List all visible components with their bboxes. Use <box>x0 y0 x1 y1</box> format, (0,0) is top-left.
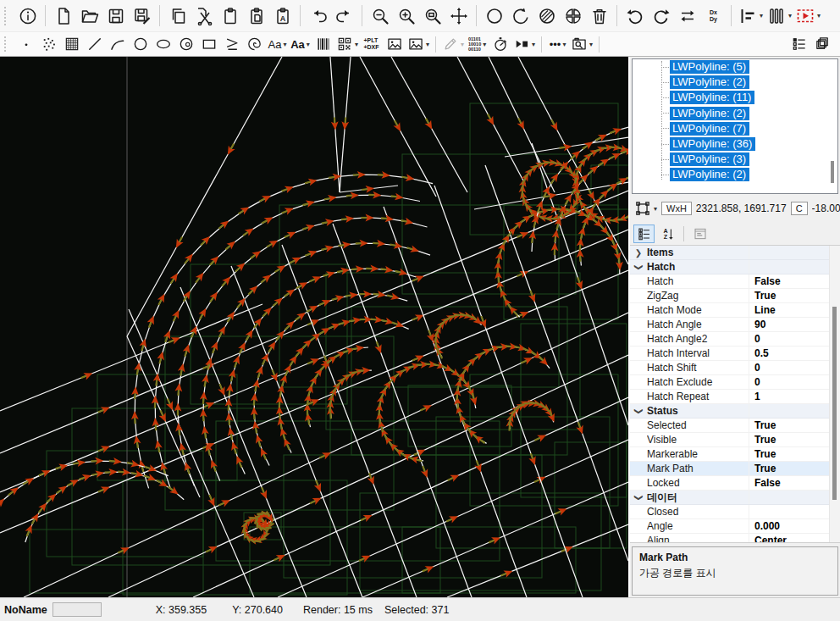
paste-text-button[interactable] <box>269 3 296 30</box>
layers-toggle-button[interactable] <box>810 34 833 55</box>
property-group-hatch[interactable]: ❯Hatch <box>630 260 840 274</box>
property-row-markerable[interactable]: MarkerableTrue <box>630 447 840 462</box>
property-row-zigzag[interactable]: ZigZagTrue <box>630 289 840 303</box>
execute-mark-button[interactable]: ▾ <box>793 3 822 30</box>
rotate-mark-button[interactable] <box>507 3 533 30</box>
paste-button[interactable] <box>217 3 243 30</box>
alphabetical-sort-button[interactable] <box>657 225 678 243</box>
redo-button[interactable] <box>331 3 357 30</box>
text-tool-button[interactable]: Aa▾ <box>266 34 289 55</box>
dx-dy-offset-button[interactable]: DxDy <box>700 3 727 30</box>
property-grid[interactable]: ❯Items❯HatchHatchFalseZigZagTrueHatch Mo… <box>630 245 840 543</box>
object-tree[interactable]: LWPolyline: (5)LWPolyline: (2)LWPolyline… <box>632 58 838 194</box>
ellipse-tool-button[interactable] <box>152 34 174 55</box>
tree-item[interactable]: LWPolyline: (3) <box>633 152 837 167</box>
property-group-group[interactable]: ❯데이터 <box>630 491 840 505</box>
property-row-hatch-shift[interactable]: Hatch Shift0 <box>630 361 840 375</box>
property-value[interactable]: True <box>749 419 828 432</box>
paste-special-button[interactable] <box>243 3 269 30</box>
tree-item[interactable]: LWPolyline: (2) <box>633 167 837 182</box>
property-row-hatch-interval[interactable]: Hatch Interval0.5 <box>630 347 840 361</box>
hatch-pattern-tool-button[interactable] <box>60 34 83 55</box>
center-value[interactable]: -18.000, -36.000 <box>812 202 840 214</box>
toolbar-grip[interactable] <box>4 36 10 52</box>
property-value[interactable] <box>749 260 828 274</box>
arc-tool-button[interactable] <box>106 34 129 55</box>
status-input[interactable] <box>52 602 102 617</box>
grid-scrollbar-thumb[interactable] <box>832 307 837 500</box>
text-art-tool-button[interactable]: Aa▾ <box>289 34 312 55</box>
delete-button[interactable] <box>586 3 612 30</box>
property-group-status[interactable]: ❯Status <box>630 404 840 419</box>
tree-item[interactable]: LWPolyline: (5) <box>633 59 837 75</box>
timer-tool-button[interactable] <box>489 34 511 55</box>
property-row-selected[interactable]: SelectedTrue <box>630 419 840 433</box>
tree-item[interactable]: LWPolyline: (2) <box>633 75 837 90</box>
tree-item[interactable]: LWPolyline: (7) <box>633 121 837 136</box>
property-value[interactable]: True <box>749 289 828 302</box>
property-row-hatch-repeat[interactable]: Hatch Repeat1 <box>630 390 840 404</box>
property-value[interactable] <box>749 505 828 518</box>
about-button[interactable] <box>14 3 41 30</box>
tree-item[interactable]: LWPolyline: (11) <box>633 90 837 105</box>
property-row-hatch-angle2[interactable]: Hatch Angle20 <box>630 332 840 347</box>
property-row-hatch-exclude[interactable]: Hatch Exclude0 <box>630 375 840 390</box>
property-value[interactable]: Line <box>749 303 828 317</box>
property-value[interactable]: 1 <box>749 390 828 403</box>
zoom-in-button[interactable] <box>393 3 419 30</box>
undo-button[interactable] <box>305 3 331 30</box>
property-value[interactable]: False <box>749 274 828 288</box>
matrix-code-tool-button[interactable]: ▾ <box>334 34 360 55</box>
open-file-button[interactable] <box>76 3 102 30</box>
new-file-button[interactable] <box>50 3 76 30</box>
property-row-hatch[interactable]: HatchFalse <box>630 274 840 289</box>
object-list-toggle-button[interactable] <box>788 34 810 55</box>
pan-button[interactable] <box>445 3 472 30</box>
circle-mark-button[interactable] <box>481 3 507 30</box>
property-value[interactable]: 0.000 <box>749 519 828 533</box>
tree-scrollbar-thumb[interactable] <box>831 161 834 183</box>
property-value[interactable] <box>749 404 828 418</box>
tree-item[interactable]: LWPolyline: (36) <box>633 136 837 152</box>
save-file-button[interactable] <box>102 3 129 30</box>
more-tools-button[interactable]: •••▾ <box>546 34 569 55</box>
quadrant-split-button[interactable] <box>560 3 586 30</box>
binary-data-tool-button[interactable]: 011011001000110▾ <box>466 34 489 55</box>
chevron-icon[interactable]: ❯ <box>634 402 644 419</box>
property-row-hatch-mode[interactable]: Hatch ModeLine <box>630 303 840 318</box>
canvas-viewport[interactable] <box>0 57 628 597</box>
property-value[interactable]: False <box>749 476 828 490</box>
scatter-tool-button[interactable] <box>37 34 60 55</box>
preview-capture-button[interactable]: ▾ <box>569 34 594 55</box>
property-value[interactable]: 0 <box>749 375 828 389</box>
property-value[interactable]: True <box>749 433 828 446</box>
property-value[interactable]: Center <box>749 534 828 543</box>
property-value[interactable] <box>749 246 828 259</box>
distribute-button[interactable]: ▾ <box>765 3 793 30</box>
import-plt-dxf-button[interactable]: +PLT+DXF <box>360 34 383 55</box>
property-row-locked[interactable]: LockedFalse <box>630 476 840 491</box>
rectangle-tool-button[interactable] <box>197 34 220 55</box>
size-value[interactable]: 2321.858, 1691.717 <box>696 202 787 214</box>
property-value[interactable]: True <box>749 462 828 475</box>
center-mode-button[interactable]: C <box>791 202 808 215</box>
transform-mode-button[interactable]: ▾ <box>633 199 657 218</box>
line-tool-button[interactable] <box>83 34 106 55</box>
property-row-align[interactable]: AlignCenter <box>630 534 840 543</box>
spiral-tool-button[interactable] <box>243 34 266 55</box>
categorized-view-button[interactable] <box>633 225 655 243</box>
image-effect-tool-button[interactable]: ▾ <box>406 34 431 55</box>
property-row-closed[interactable]: Closed <box>630 505 840 519</box>
barcode-tool-button[interactable] <box>312 34 334 55</box>
cut-button[interactable] <box>191 3 217 30</box>
property-value[interactable]: 0 <box>749 332 828 346</box>
property-row-angle[interactable]: Angle0.000 <box>630 519 840 534</box>
property-row-hatch-angle[interactable]: Hatch Angle90 <box>630 318 840 332</box>
image-tool-button[interactable] <box>383 34 406 55</box>
property-value[interactable]: 0 <box>749 361 828 374</box>
property-value[interactable] <box>749 491 828 504</box>
save-as-button[interactable] <box>129 3 155 30</box>
toolbar-grip[interactable] <box>4 7 10 25</box>
tree-item[interactable]: LWPolyline: (2) <box>633 106 837 121</box>
property-value[interactable]: 0.5 <box>749 347 828 360</box>
